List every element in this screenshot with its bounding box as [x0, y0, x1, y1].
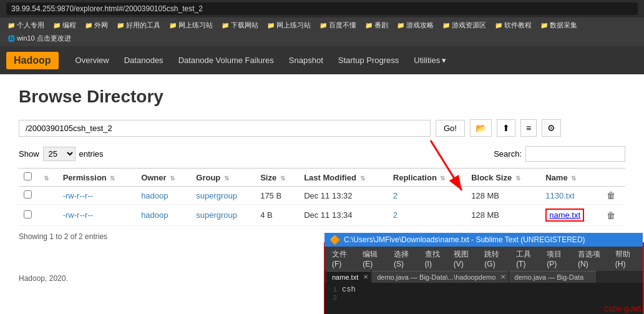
bookmark-programming[interactable]: 📁 编程	[49, 19, 80, 31]
upload-icon-button[interactable]: ⬆	[497, 119, 515, 137]
row2-replication[interactable]: 2	[388, 205, 466, 226]
search-area: Search:	[494, 146, 625, 162]
table-header-row: ⇅ Permission ⇅ Owner ⇅ Group ⇅ Size ⇅ La…	[19, 169, 625, 187]
header-owner[interactable]: Owner ⇅	[136, 169, 191, 187]
go-button[interactable]: Go!	[436, 120, 465, 137]
tab-close-icon[interactable]: ✕	[500, 273, 505, 280]
tab-close-icon[interactable]: ✕	[363, 273, 368, 280]
settings-icon-button[interactable]: ⚙	[542, 119, 561, 137]
header-name[interactable]: Name ⇅	[540, 169, 602, 187]
menu-help[interactable]: 帮助(H)	[610, 248, 640, 270]
header-sort[interactable]: ⇅	[37, 169, 58, 187]
name-link[interactable]: name.txt	[549, 210, 580, 220]
menu-project[interactable]: 项目(P)	[542, 248, 572, 270]
nav-datanodes[interactable]: Datanodes	[117, 47, 171, 73]
tab-demo-java-2[interactable]: demo.java — Big-Data	[509, 271, 596, 283]
menu-goto[interactable]: 跳转(G)	[479, 248, 510, 270]
sublime-tabs-bar: name.txt ✕ demo.java — Big-Data\...\hado…	[324, 271, 643, 283]
nav-startup-progress[interactable]: Startup Progress	[331, 47, 407, 73]
row1-select[interactable]	[24, 190, 32, 199]
entries-select[interactable]: 25 50 100	[43, 147, 76, 161]
menu-view[interactable]: 视图(V)	[449, 248, 479, 270]
file-table: ⇅ Permission ⇅ Owner ⇅ Group ⇅ Size ⇅ La…	[19, 168, 625, 226]
row2-group[interactable]: supergroup	[191, 205, 255, 226]
menu-file[interactable]: 文件(F)	[327, 248, 356, 270]
row2-name[interactable]: name.txt	[540, 205, 602, 226]
header-size[interactable]: Size ⇅	[255, 169, 299, 187]
bookmark-data[interactable]: 📁 数据采集	[537, 19, 581, 31]
bookmark-icon: 📁	[495, 22, 502, 29]
bookmark-practice2[interactable]: 📁 网上练习站	[263, 19, 315, 31]
nav-overview[interactable]: Overview	[68, 47, 117, 73]
header-block-size[interactable]: Block Size ⇅	[466, 169, 540, 187]
bookmark-icon: 📁	[53, 22, 61, 29]
bookmark-practice1[interactable]: 📁 网上练习站	[165, 19, 217, 31]
menu-find[interactable]: 查找(I)	[420, 248, 447, 270]
search-input[interactable]	[525, 146, 625, 162]
header-checkbox	[19, 169, 37, 187]
header-group[interactable]: Group ⇅	[191, 169, 255, 187]
row1-block-size: 128 MB	[466, 187, 540, 205]
header-last-modified[interactable]: Last Modified ⇅	[299, 169, 388, 187]
row1-replication[interactable]: 2	[388, 187, 466, 205]
editor-line-2: 2	[324, 294, 643, 295]
row2-block-size: 128 MB	[466, 205, 540, 226]
nav-utilities[interactable]: Utilities ▾	[406, 47, 454, 73]
bookmark-icon: 📁	[442, 22, 450, 29]
bookmark-win10[interactable]: 🌐 win10 点击更改进	[4, 32, 75, 44]
row2-type-icon	[37, 205, 58, 226]
tab-demo-java-1[interactable]: demo.java — Big-Data\...\hadoopdemo ✕	[372, 271, 508, 283]
row2-owner[interactable]: hadoop	[136, 205, 191, 226]
path-input[interactable]	[19, 120, 431, 137]
nav-datanode-volume-failures[interactable]: Datanode Volume Failures	[171, 47, 281, 73]
hadoop-nav: Hadoop Overview Datanodes Datanode Volum…	[0, 46, 644, 74]
row1-size: 175 B	[255, 187, 299, 205]
folder-icon-button[interactable]: 📂	[470, 119, 492, 137]
browser-url[interactable]: 39.99.54.255:9870/explorer.html#/2000390…	[6, 2, 638, 15]
row1-group[interactable]: supergroup	[191, 187, 255, 205]
footer-text: Hadoop, 2020.	[19, 274, 68, 283]
path-bar: Go! 📂 ⬆ ≡ ⚙	[19, 119, 625, 137]
bookmark-icon: 📁	[222, 22, 229, 29]
menu-tools[interactable]: 工具(T)	[511, 248, 540, 270]
search-label: Search:	[494, 149, 522, 159]
bookmark-icon: 📁	[365, 22, 373, 29]
bookmark-download[interactable]: 📁 下载网站	[218, 19, 262, 31]
bookmark-baidu[interactable]: 📁 百度不懂	[316, 19, 360, 31]
row2-permission[interactable]: -rw-r--r--	[58, 205, 136, 226]
sublime-text-overlay: 🔶 C:\Users\JMFive\Downloads\name.txt - S…	[324, 233, 643, 295]
row2-checkbox	[19, 205, 37, 226]
show-entries: Show 25 50 100 entries	[19, 147, 104, 161]
bookmark-tools[interactable]: 📁 好用的工具	[113, 19, 164, 31]
row1-name[interactable]: 1130.txt	[540, 187, 602, 205]
bookmark-software[interactable]: 📁 软件教程	[491, 19, 535, 31]
header-permission[interactable]: Permission ⇅	[58, 169, 136, 187]
menu-select[interactable]: 选择(S)	[389, 248, 419, 270]
show-label: Show	[19, 149, 39, 159]
list-icon-button[interactable]: ≡	[520, 119, 537, 137]
sublime-editor[interactable]: 1 csh 2	[324, 283, 643, 295]
bookmark-icon: 📁	[267, 22, 275, 29]
row1-checkbox	[19, 187, 37, 205]
row2-select[interactable]	[24, 210, 32, 218]
row1-owner[interactable]: hadoop	[136, 187, 191, 205]
tab-name-txt[interactable]: name.txt ✕	[327, 271, 371, 283]
bookmark-external[interactable]: 📁 外网	[81, 19, 112, 31]
row1-delete[interactable]: 🗑	[602, 187, 625, 205]
bookmark-game-resource[interactable]: 📁 游戏资源区	[439, 19, 490, 31]
tab-label: demo.java — Big-Data\...\hadoopdemo	[377, 273, 495, 281]
nav-snapshot[interactable]: Snapshot	[281, 47, 331, 73]
bookmark-icon: 🌐	[7, 35, 15, 42]
select-all-checkbox[interactable]	[24, 172, 32, 180]
table-row: -rw-r--r-- hadoop supergroup 4 B Dec 11 …	[19, 205, 625, 226]
menu-edit[interactable]: 编辑(E)	[358, 248, 388, 270]
bookmark-anime[interactable]: 📁 番剧	[361, 19, 392, 31]
menu-preferences[interactable]: 首选项(N)	[573, 248, 609, 270]
bookmark-game-guide[interactable]: 📁 游戏攻略	[393, 19, 437, 31]
bookmark-personal[interactable]: 📁 个人专用	[4, 19, 48, 31]
line-number: 1	[324, 286, 342, 293]
row2-last-modified: Dec 11 13:34	[299, 205, 388, 226]
row1-permission[interactable]: -rw-r--r--	[58, 187, 136, 205]
row2-delete[interactable]: 🗑	[602, 205, 625, 226]
header-replication[interactable]: Replication ⇅	[388, 169, 466, 187]
